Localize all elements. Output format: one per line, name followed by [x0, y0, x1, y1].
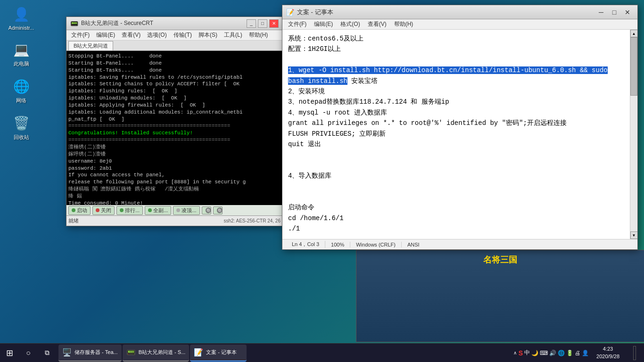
network-icon: 🌐	[12, 77, 31, 96]
recycle-label: 回收站	[14, 134, 29, 141]
rank-button[interactable]: 排行...	[116, 206, 143, 215]
terminal-line: iptables: Loading additional modules: ip…	[68, 109, 281, 116]
taskbar-app-securecrt[interactable]: 📟 B站大兄弟问道 - S...	[123, 345, 190, 362]
taskbar-search-button[interactable]: ○	[19, 344, 38, 362]
notepad-minimize-button[interactable]: ─	[595, 7, 607, 17]
icon-btn-1[interactable]: 🔘	[202, 206, 211, 214]
game-title: 名将三国	[356, 250, 644, 269]
terminal-line: 绛鐩稿聬 闃 澹獣鍖紅鏃锋 鎸ら梘镓 /澶乂支缁勬楠	[68, 186, 281, 193]
securecrt-menu-view[interactable]: 查看(V)	[119, 30, 143, 40]
notepad-line	[288, 181, 624, 191]
securecrt-toolbar: 启动 关闭 排行... 全副... 凌顶... 🔘 🔘	[66, 205, 282, 215]
securecrt-minimize-button[interactable]: _	[247, 19, 256, 28]
notification-area: S 中 🌙 ⌨ 🔊 🌐 🔋 🖨 👤	[519, 349, 589, 357]
terminal-line: ========================================…	[68, 123, 281, 130]
volume-icon[interactable]: 🔊	[549, 350, 556, 356]
notepad-line	[288, 160, 624, 171]
game-window: 名将三国	[356, 250, 644, 342]
securecrt-tab[interactable]: B站大兄弟问道	[68, 41, 113, 50]
scrollbar-up-button[interactable]: ▲	[630, 30, 638, 37]
terminal-line: iptables: Saving firewall rules to /etc/…	[68, 74, 281, 81]
notepad-line: cd /home/1.6/1	[288, 213, 624, 223]
notepad-maximize-button[interactable]: □	[608, 7, 620, 17]
desktop-icon-computer[interactable]: 💻 此电脑	[5, 40, 38, 67]
taskbar-clock[interactable]: 4:23 2020/9/28	[591, 346, 625, 360]
securecrt-maximize-button[interactable]: □	[258, 19, 267, 28]
notepad-line: 2、安装环境	[288, 86, 624, 97]
notepad-line	[288, 55, 624, 65]
terminal-line: username: 8ej0	[68, 158, 281, 165]
desktop-icon-network[interactable]: 🌐 网络	[5, 77, 38, 104]
notepad-status-linecol: Ln 4，Col 3	[286, 241, 325, 248]
fullcopy-label: 全副...	[153, 207, 168, 214]
recycle-icon: 🗑️	[12, 114, 31, 132]
icon-btn-2[interactable]: 🔘	[213, 206, 223, 214]
notepad-menu-format[interactable]: 格式(O)	[337, 19, 363, 29]
top-dot	[176, 208, 180, 212]
notepad-line: FLUSH PRIVILEGES; 立即刷新	[288, 129, 624, 139]
securecrt-menu-help[interactable]: 帮助(H)	[246, 30, 271, 40]
securecrt-menu-file[interactable]: 文件(F)	[68, 30, 92, 40]
notepad-menu-edit[interactable]: 编辑(E)	[310, 19, 337, 29]
clock-time: 4:23	[603, 346, 613, 353]
notepad-status-zoom: 100%	[325, 242, 350, 247]
notepad-line-highlight: 1、wget -O install.sh http://download.bt.…	[288, 65, 624, 86]
securecrt-menu-edit[interactable]: 编辑(E)	[93, 30, 118, 40]
notepad-line: 配置：1H2GI以上	[288, 44, 624, 54]
scrollbar-thumb[interactable]	[630, 37, 637, 96]
notepad-content: 系统：centos6.5及以上 配置：1H2GI以上 1、wget -O ins…	[282, 30, 637, 239]
show-desktop-button[interactable]	[625, 344, 644, 362]
notepad-close-button[interactable]: ✕	[621, 7, 634, 17]
notepad-menu-file[interactable]: 文件(F)	[284, 19, 310, 29]
terminal-line: Congratulations! Installed successfully!	[68, 130, 281, 137]
terminal-line: Stopping Bt-Panel.... done	[68, 53, 281, 60]
icon-2: 🔘	[216, 207, 223, 214]
notepad-menu-view[interactable]: 查看(V)	[364, 19, 390, 29]
tray-expand-button[interactable]: ∧	[512, 349, 518, 356]
securecrt-window: 📟 B站大兄弟问道 - SecureCRT _ □ ✕ 文件(F) 编辑(E) …	[66, 16, 283, 226]
taskbar: ⊞ ○ ⧉ 🖥️ 储存服务器 - Tea... 📟 B站大兄弟问道 - S...…	[0, 343, 644, 362]
securecrt-menu-tools[interactable]: 工具(L)	[221, 30, 245, 40]
notepad-status-bar: Ln 4，Col 3 100% Windows (CRLF) ANSI	[282, 239, 637, 249]
user-tray-icon: 👤	[582, 350, 589, 356]
top-button[interactable]: 凌顶...	[173, 206, 199, 215]
task-view-button[interactable]: ⧉	[38, 344, 57, 362]
terminal-line: p_nat_ftp [ OK ]	[68, 116, 281, 123]
fullcopy-button[interactable]: 全副...	[145, 206, 171, 215]
input-method-icon[interactable]: 中	[524, 349, 530, 357]
securecrt-menu-options[interactable]: 选项(O)	[144, 30, 169, 40]
securecrt-close-button[interactable]: ✕	[269, 19, 279, 28]
desktop-icon-recycle[interactable]: 🗑️ 回收站	[5, 114, 38, 141]
terminal-line: Starting Bt-Tasks.... done	[68, 67, 281, 74]
start-menu-button[interactable]: ⊞	[0, 344, 19, 362]
notepad-menu-help[interactable]: 帮助(H)	[390, 19, 417, 29]
network-tray-icon[interactable]: 🌐	[558, 350, 565, 356]
battery-icon[interactable]: 🔋	[566, 350, 573, 356]
printer-icon[interactable]: 🖨	[575, 350, 580, 356]
sogou-icon[interactable]: S	[519, 349, 523, 357]
scrollbar-track[interactable]	[630, 37, 637, 231]
notepad-text[interactable]: 系统：centos6.5及以上 配置：1H2GI以上 1、wget -O ins…	[282, 30, 630, 239]
fullcopy-dot	[148, 208, 152, 212]
securecrt-menu-transfer[interactable]: 传输(T)	[171, 30, 195, 40]
highlighted-command: 1、wget -O install.sh http://download.bt.…	[288, 66, 608, 84]
keyboard-icon[interactable]: ⌨	[540, 350, 548, 356]
taskbar-app-storage[interactable]: 🖥️ 储存服务器 - Tea...	[58, 345, 122, 362]
stop-button[interactable]: 关闭	[92, 206, 115, 215]
desktop-icons: 👤 Administr... 💻 此电脑 🌐 网络 🗑️ 回收站	[5, 5, 38, 141]
administrator-icon: 👤	[12, 5, 31, 24]
terminal-area[interactable]: Stopping Bt-Panel.... done Starting Bt-P…	[66, 51, 282, 205]
system-tray: ∧ S 中 🌙 ⌨ 🔊 🌐 🔋 🖨 👤	[511, 349, 591, 357]
terminal-line: Starting Bt-Panel.... done	[68, 60, 281, 67]
show-desktop-indicator	[633, 346, 636, 360]
securecrt-menu-script[interactable]: 脚本(S)	[196, 30, 220, 40]
taskbar-app-notepad[interactable]: 📝 文案 - 记事本	[190, 345, 247, 362]
securecrt-app-label: B站大兄弟问道 - S...	[139, 349, 186, 356]
securecrt-status-right: ssh2: AES-256-CTR 24, 26	[223, 218, 281, 223]
scrollbar-down-button[interactable]: ▼	[630, 231, 638, 239]
notepad-controls: ─ □ ✕	[595, 7, 634, 17]
start-button[interactable]: 启动	[68, 206, 91, 215]
notepad-scrollbar[interactable]: ▲ ▼	[630, 30, 637, 239]
securecrt-menu-bar: 文件(F) 编辑(E) 查看(V) 选项(O) 传输(T) 脚本(S) 工具(L…	[66, 30, 282, 41]
desktop-icon-administrator[interactable]: 👤 Administr...	[5, 5, 38, 31]
